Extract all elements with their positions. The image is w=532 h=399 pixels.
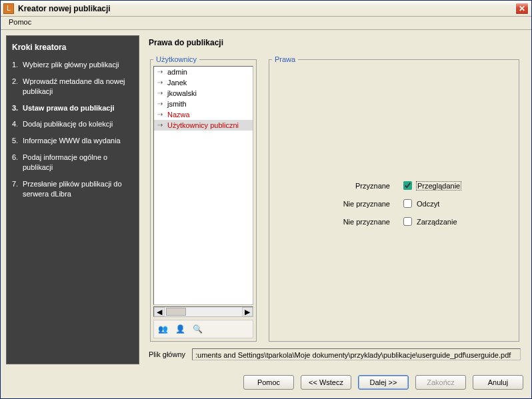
- rights-legend: Prawa: [272, 55, 298, 63]
- titlebar: L Kreator nowej publikacji ✕: [1, 1, 531, 17]
- window-title: Kreator nowej publikacji: [18, 4, 111, 13]
- wizard-step[interactable]: 1.Wybierz plik główny publikacji: [12, 60, 133, 70]
- sidebar-title: Kroki kreatora: [12, 43, 133, 52]
- path-label: Plik główny: [149, 350, 185, 358]
- rights-checkbox-wrap[interactable]: Zarządzanie: [401, 215, 481, 228]
- step-label: Przesłanie plików publikacji do serwera …: [23, 179, 133, 199]
- finish-button: Zakończ: [415, 375, 466, 390]
- next-button[interactable]: Dalej >>: [358, 375, 409, 390]
- user-label: Janek: [167, 79, 187, 87]
- wizard-step[interactable]: 4.Dodaj publikację do kolekcji: [12, 119, 133, 129]
- footer-path: Plik główny :uments and Settings\tparkol…: [149, 347, 521, 362]
- page-title: Prawa do publikacji: [149, 38, 521, 47]
- user-row[interactable]: ⇢Nazwa: [154, 109, 253, 120]
- panels: Użytkownicy ⇢admin⇢Janek⇢jkowalski⇢jsmit…: [149, 55, 521, 342]
- user-icon: ⇢: [155, 100, 165, 108]
- close-button[interactable]: ✕: [515, 3, 529, 15]
- user-label: admin: [167, 68, 187, 76]
- user-row[interactable]: ⇢Użytkownicy publiczni: [154, 120, 253, 131]
- scroll-right-arrow[interactable]: ▶: [242, 307, 253, 316]
- user-label: Użytkownicy publiczni: [167, 121, 239, 129]
- user-label: jsmith: [167, 100, 187, 108]
- rights-checkbox[interactable]: [403, 181, 412, 190]
- wizard-sidebar: Kroki kreatora 1.Wybierz plik główny pub…: [6, 35, 139, 364]
- step-label: Informacje WWW dla wydania: [23, 136, 121, 146]
- app-icon: L: [3, 3, 14, 14]
- wizard-step[interactable]: 5.Informacje WWW dla wydania: [12, 136, 133, 146]
- rights-label: Odczyt: [417, 200, 439, 208]
- rights-status: Nie przyznane: [307, 200, 401, 208]
- menubar: Pomoc: [1, 17, 531, 30]
- user-icon: ⇢: [155, 121, 165, 129]
- users-list[interactable]: ⇢admin⇢Janek⇢jkowalski⇢jsmith⇢Nazwa⇢Użyt…: [153, 66, 253, 305]
- wizard-step[interactable]: 2.Wprowadź metadane dla nowej publikacji: [12, 77, 133, 97]
- wizard-steps: 1.Wybierz plik główny publikacji2.Wprowa…: [12, 60, 133, 199]
- user-row[interactable]: ⇢Janek: [154, 77, 253, 88]
- users-toolbar: 👥 👤 🔍: [153, 320, 253, 338]
- rights-row: Nie przyznaneZarządzanie: [307, 215, 481, 228]
- main-panel: Prawa do publikacji Użytkownicy ⇢admin⇢J…: [139, 35, 526, 364]
- step-label: Podaj informacje ogólne o publikacji: [23, 153, 133, 173]
- user-label: jkowalski: [167, 89, 197, 97]
- rights-status: Nie przyznane: [307, 218, 401, 226]
- user-row[interactable]: ⇢jkowalski: [154, 88, 253, 99]
- rights-fieldset: Prawa PrzyznanePrzeglądanieNie przyznane…: [269, 55, 519, 342]
- scroll-thumb[interactable]: [166, 308, 186, 316]
- users-legend: Użytkownicy: [153, 55, 199, 63]
- step-number: 6.: [12, 153, 23, 173]
- rights-checkbox-wrap[interactable]: Przeglądanie: [401, 179, 481, 192]
- step-label: Dodaj publikację do kolekcji: [23, 119, 113, 129]
- rights-checkbox-wrap[interactable]: Odczyt: [401, 197, 481, 210]
- user-row[interactable]: ⇢jsmith: [154, 99, 253, 109]
- path-input[interactable]: :uments and Settings\tparkola\Moje dokum…: [192, 348, 521, 360]
- user-label: Nazwa: [167, 111, 190, 119]
- step-label: Ustaw prawa do publikacji: [23, 103, 115, 113]
- step-number: 1.: [12, 60, 23, 70]
- users-hscroll[interactable]: ◀ ▶: [153, 306, 253, 317]
- step-label: Wybierz plik główny publikacji: [23, 60, 119, 70]
- step-number: 7.: [12, 179, 23, 199]
- rights-checkbox[interactable]: [403, 217, 412, 226]
- step-label: Wprowadź metadane dla nowej publikacji: [23, 77, 133, 97]
- rights-rows: PrzyznanePrzeglądanieNie przyznaneOdczyt…: [272, 179, 516, 228]
- cancel-button[interactable]: Anuluj: [473, 375, 523, 390]
- step-number: 4.: [12, 119, 23, 129]
- user-icon[interactable]: 👤: [173, 322, 187, 336]
- rights-row: PrzyznanePrzeglądanie: [307, 179, 481, 192]
- scroll-left-arrow[interactable]: ◀: [154, 307, 165, 316]
- rights-checkbox[interactable]: [403, 199, 412, 208]
- search-user-icon[interactable]: 🔍: [190, 322, 205, 336]
- wizard-step[interactable]: 3.Ustaw prawa do publikacji: [12, 103, 133, 113]
- step-number: 2.: [12, 77, 23, 97]
- help-button[interactable]: Pomoc: [243, 375, 294, 390]
- user-icon: ⇢: [155, 111, 165, 119]
- wizard-step[interactable]: 7.Przesłanie plików publikacji do serwer…: [12, 179, 133, 199]
- user-row[interactable]: ⇢admin: [154, 67, 253, 77]
- rights-label: Przeglądanie: [417, 182, 461, 190]
- button-bar: Pomoc << Wstecz Dalej >> Zakończ Anuluj: [1, 370, 531, 395]
- user-icon: ⇢: [155, 68, 165, 76]
- menu-help[interactable]: Pomoc: [5, 17, 35, 27]
- step-number: 3.: [12, 103, 23, 113]
- rights-status: Przyznane: [307, 182, 401, 190]
- rights-row: Nie przyznaneOdczyt: [307, 197, 481, 210]
- content: Kroki kreatora 1.Wybierz plik główny pub…: [1, 30, 531, 370]
- user-icon: ⇢: [155, 89, 165, 97]
- step-number: 5.: [12, 136, 23, 146]
- users-red-icon[interactable]: 👥: [155, 322, 170, 336]
- back-button[interactable]: << Wstecz: [301, 375, 351, 390]
- user-icon: ⇢: [155, 79, 165, 87]
- wizard-step[interactable]: 6.Podaj informacje ogólne o publikacji: [12, 153, 133, 173]
- users-fieldset: Użytkownicy ⇢admin⇢Janek⇢jkowalski⇢jsmit…: [150, 55, 257, 342]
- rights-label: Zarządzanie: [417, 218, 457, 226]
